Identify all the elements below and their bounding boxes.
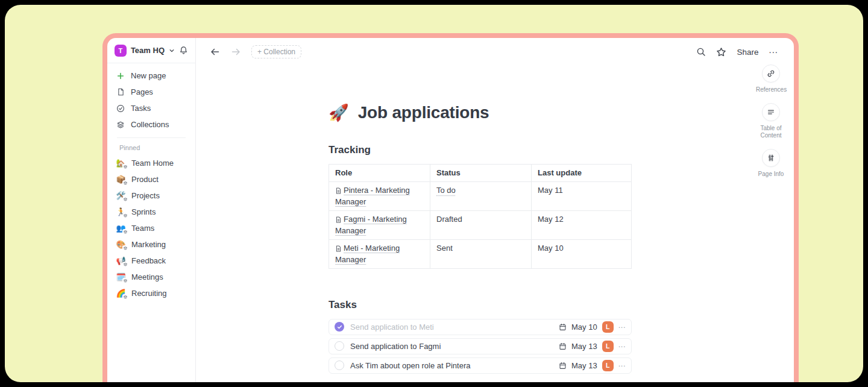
- sidebar-item-collections[interactable]: Collections: [111, 116, 192, 133]
- calendar-icon: [559, 342, 567, 350]
- sidebar-item-label: Projects: [131, 191, 160, 200]
- role-link[interactable]: Fagmi - Marketing Manager: [335, 215, 407, 236]
- task-date[interactable]: May 13: [571, 342, 597, 351]
- rail-item-references: References: [756, 64, 786, 94]
- task-label: Send application to Meti: [350, 322, 434, 332]
- collection-badge-icon: [122, 180, 128, 186]
- assignee-badge[interactable]: L: [602, 321, 614, 333]
- sidebar-item-marketing[interactable]: 🎨 Marketing: [111, 236, 192, 253]
- star-icon[interactable]: [716, 47, 726, 57]
- role-link[interactable]: Meti - Marketing Manager: [335, 244, 400, 265]
- page-info-sliders-icon[interactable]: [762, 149, 780, 167]
- topbar: + Collection Share ...: [196, 38, 794, 66]
- calendar-icon: [559, 323, 567, 331]
- rocket-emoji-icon: 🚀: [329, 103, 349, 122]
- page-content: 🚀 Job applications Tracking Role Status …: [329, 66, 632, 382]
- collection-badge-icon: [122, 164, 128, 170]
- more-options-icon[interactable]: ...: [769, 47, 778, 57]
- sidebar-nav: New page Pages Tasks: [107, 63, 195, 301]
- sidebar: T Team HQ New page: [107, 38, 196, 382]
- task-row: Send application to Fagmi May 13 L ...: [329, 338, 632, 354]
- task-row: Ask Tim about open role at Pintera May 1…: [329, 357, 632, 374]
- role-cell: Meti - Marketing Manager: [329, 240, 430, 268]
- sidebar-item-label: Tasks: [131, 104, 151, 113]
- workspace-switcher[interactable]: T Team HQ: [107, 38, 195, 63]
- team-home-emoji-icon: 🏡: [116, 158, 126, 168]
- sidebar-item-label: Meetings: [131, 272, 163, 282]
- sidebar-item-feedback[interactable]: 📢 Feedback: [111, 253, 192, 269]
- checkbox-checked-icon[interactable]: [335, 322, 344, 332]
- add-collection-chip[interactable]: + Collection: [251, 45, 301, 58]
- rail-label: References: [756, 86, 786, 94]
- task-more-icon[interactable]: ...: [618, 359, 626, 371]
- meetings-emoji-icon: 🗓️: [116, 272, 126, 282]
- status-cell[interactable]: Sent: [430, 240, 532, 268]
- last-update-cell[interactable]: May 10: [532, 240, 632, 268]
- document-icon: [335, 244, 342, 255]
- task-meta: May 13 L ...: [559, 359, 626, 371]
- sidebar-item-label: Sprints: [131, 207, 156, 216]
- task-label: Ask Tim about open role at Pintera: [350, 361, 470, 370]
- collection-badge-icon: [122, 197, 128, 203]
- feedback-emoji-icon: 📢: [116, 256, 126, 266]
- last-update-cell[interactable]: May 12: [532, 211, 632, 239]
- role-link[interactable]: Pintera - Marketing Manager: [335, 186, 410, 207]
- task-list: Send application to Meti May 10 L ...: [329, 319, 632, 374]
- sidebar-item-new-page[interactable]: New page: [111, 68, 192, 84]
- collection-badge-icon: [122, 229, 128, 235]
- sidebar-item-product[interactable]: 📦 Product: [111, 171, 192, 187]
- app-window-frame: T Team HQ New page: [102, 33, 799, 382]
- sidebar-item-label: Teams: [131, 224, 154, 233]
- back-arrow-icon[interactable]: [208, 45, 222, 59]
- sidebar-item-tasks[interactable]: Tasks: [111, 100, 192, 116]
- task-date[interactable]: May 10: [571, 322, 597, 332]
- marketing-emoji-icon: 🎨: [116, 239, 126, 250]
- references-link-icon[interactable]: [762, 64, 780, 83]
- checkbox-unchecked-icon[interactable]: [335, 341, 344, 351]
- assignee-badge[interactable]: L: [602, 360, 614, 371]
- table-header-row: Role Status Last update: [329, 165, 631, 182]
- sidebar-item-label: Pages: [131, 87, 153, 96]
- search-icon[interactable]: [696, 47, 706, 57]
- status-cell[interactable]: Drafted: [430, 211, 532, 239]
- task-date[interactable]: May 13: [571, 361, 597, 370]
- notifications-bell-icon[interactable]: [179, 46, 188, 55]
- sidebar-item-team-home[interactable]: 🏡 Team Home: [111, 155, 192, 171]
- sidebar-item-recruiting[interactable]: 🌈 Recruiting: [111, 285, 192, 301]
- column-header-role[interactable]: Role: [329, 165, 430, 181]
- tasks-section: Tasks Send application to Meti May 10: [329, 299, 632, 374]
- collection-badge-icon: [122, 245, 128, 251]
- workspace-avatar[interactable]: T: [115, 45, 127, 57]
- share-button[interactable]: Share: [737, 48, 758, 57]
- rail-label: Table of Content: [756, 125, 786, 140]
- table-row: Meti - Marketing Manager Sent May 10: [329, 240, 631, 269]
- product-emoji-icon: 📦: [116, 174, 126, 184]
- chevron-down-icon: [169, 48, 175, 54]
- document-icon: [335, 215, 342, 226]
- task-more-icon[interactable]: ...: [618, 340, 626, 352]
- sidebar-item-projects[interactable]: 🛠️ Projects: [111, 187, 192, 204]
- column-header-status[interactable]: Status: [430, 165, 532, 181]
- tracking-table: Role Status Last update Pintera - Market…: [329, 164, 632, 269]
- sidebar-item-meetings[interactable]: 🗓️ Meetings: [111, 269, 192, 285]
- right-rail: References Table of Content Page Info: [754, 64, 788, 187]
- status-cell[interactable]: To do: [430, 182, 532, 210]
- forward-arrow-icon[interactable]: [228, 45, 243, 59]
- rail-item-table-of-content: Table of Content: [756, 103, 786, 140]
- assignee-badge[interactable]: L: [602, 341, 614, 352]
- sidebar-divider: [117, 137, 186, 138]
- column-header-last-update[interactable]: Last update: [532, 165, 632, 181]
- task-meta: May 13 L ...: [559, 340, 626, 352]
- task-more-icon[interactable]: ...: [618, 321, 626, 333]
- sidebar-item-label: Team Home: [131, 159, 174, 168]
- last-update-cell[interactable]: May 11: [532, 182, 632, 210]
- sidebar-item-sprints[interactable]: 🏃 Sprints: [111, 204, 192, 220]
- sidebar-item-teams[interactable]: 👥 Teams: [111, 220, 192, 236]
- stack-icon: [116, 121, 125, 129]
- rail-label: Page Info: [756, 171, 786, 178]
- sidebar-item-pages[interactable]: Pages: [111, 84, 192, 100]
- checkbox-unchecked-icon[interactable]: [335, 360, 344, 370]
- projects-emoji-icon: 🛠️: [116, 190, 126, 201]
- workspace-name: Team HQ: [131, 46, 165, 55]
- table-of-content-icon[interactable]: [762, 103, 780, 121]
